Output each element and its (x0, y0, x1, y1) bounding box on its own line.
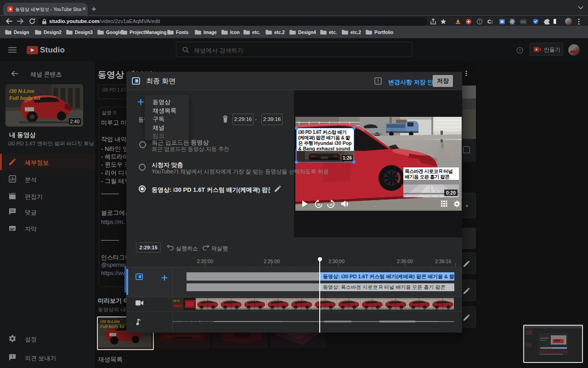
svg-text:10: 10 (317, 203, 321, 206)
svg-text:i30 N-Line: i30 N-Line (100, 319, 120, 324)
svg-text:Full body kit: Full body kit (9, 95, 41, 101)
svg-text:i30 N: i30 N (173, 299, 180, 302)
svg-text:?: ? (519, 48, 521, 53)
svg-text:Full body kit: Full body kit (100, 324, 125, 329)
svg-text:</>: </> (521, 20, 526, 24)
svg-text:i30 N-Line: i30 N-Line (9, 88, 35, 94)
svg-text:C:: C: (487, 19, 493, 24)
svg-text:10: 10 (329, 203, 333, 206)
